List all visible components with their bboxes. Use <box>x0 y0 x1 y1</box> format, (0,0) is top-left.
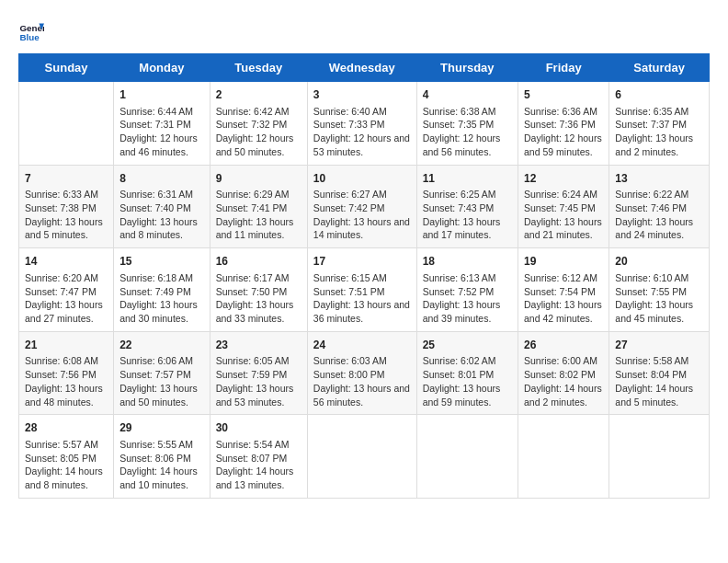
cell-sunrise: Sunrise: 5:57 AM <box>25 438 108 452</box>
calendar-cell: 10 Sunrise: 6:27 AM Sunset: 7:42 PM Dayl… <box>307 165 416 248</box>
day-number: 29 <box>119 420 204 436</box>
column-header-tuesday: Tuesday <box>210 54 307 82</box>
cell-sunset: Sunset: 7:56 PM <box>25 368 108 382</box>
cell-sunset: Sunset: 7:55 PM <box>615 285 703 299</box>
cell-daylight: Daylight: 13 hours and 17 minutes. <box>423 215 512 242</box>
day-number: 7 <box>25 171 108 187</box>
calendar-cell <box>307 415 416 499</box>
cell-daylight: Daylight: 13 hours and 56 minutes. <box>313 382 411 408</box>
cell-sunrise: Sunrise: 6:25 AM <box>423 188 512 201</box>
column-header-saturday: Saturday <box>609 54 710 82</box>
day-number: 25 <box>423 338 512 353</box>
calendar-cell: 17 Sunrise: 6:15 AM Sunset: 7:51 PM Dayl… <box>307 248 416 332</box>
day-number: 12 <box>524 171 603 187</box>
cell-sunset: Sunset: 7:38 PM <box>25 201 108 215</box>
cell-daylight: Daylight: 13 hours and 45 minutes. <box>615 298 703 325</box>
calendar-cell <box>518 415 609 499</box>
day-number: 19 <box>524 254 603 270</box>
cell-daylight: Daylight: 12 hours and 50 minutes. <box>216 132 301 158</box>
calendar-cell: 12 Sunrise: 6:24 AM Sunset: 7:45 PM Dayl… <box>518 165 609 248</box>
day-number: 22 <box>119 338 204 353</box>
calendar-cell: 8 Sunrise: 6:31 AM Sunset: 7:40 PM Dayli… <box>114 165 210 248</box>
cell-daylight: Daylight: 12 hours and 56 minutes. <box>423 132 512 158</box>
day-number: 13 <box>615 171 703 187</box>
cell-sunrise: Sunrise: 6:24 AM <box>524 188 603 201</box>
calendar-cell: 15 Sunrise: 6:18 AM Sunset: 7:49 PM Dayl… <box>114 248 210 332</box>
cell-daylight: Daylight: 14 hours and 5 minutes. <box>615 382 703 408</box>
cell-sunset: Sunset: 7:46 PM <box>615 201 703 215</box>
cell-sunset: Sunset: 7:52 PM <box>423 285 512 299</box>
calendar-table: SundayMondayTuesdayWednesdayThursdayFrid… <box>18 53 710 499</box>
day-number: 5 <box>524 87 603 103</box>
cell-sunset: Sunset: 7:33 PM <box>313 118 411 132</box>
week-row-5: 28 Sunrise: 5:57 AM Sunset: 8:05 PM Dayl… <box>19 415 710 499</box>
cell-sunset: Sunset: 7:40 PM <box>119 201 204 215</box>
day-number: 18 <box>423 254 512 270</box>
calendar-cell: 26 Sunrise: 6:00 AM Sunset: 8:02 PM Dayl… <box>518 331 609 415</box>
calendar-cell: 11 Sunrise: 6:25 AM Sunset: 7:43 PM Dayl… <box>416 165 518 248</box>
cell-sunrise: Sunrise: 6:29 AM <box>216 188 301 201</box>
svg-text:Blue: Blue <box>19 32 40 42</box>
week-row-3: 14 Sunrise: 6:20 AM Sunset: 7:47 PM Dayl… <box>19 248 710 332</box>
cell-sunrise: Sunrise: 6:18 AM <box>119 271 204 285</box>
day-number: 15 <box>119 254 204 270</box>
week-row-2: 7 Sunrise: 6:33 AM Sunset: 7:38 PM Dayli… <box>19 165 710 248</box>
cell-sunrise: Sunrise: 6:42 AM <box>216 105 301 119</box>
cell-daylight: Daylight: 13 hours and 30 minutes. <box>119 298 204 325</box>
cell-daylight: Daylight: 13 hours and 27 minutes. <box>25 298 108 325</box>
cell-daylight: Daylight: 13 hours and 5 minutes. <box>25 215 108 242</box>
cell-daylight: Daylight: 12 hours and 46 minutes. <box>119 132 204 158</box>
cell-sunrise: Sunrise: 6:15 AM <box>313 271 411 285</box>
cell-sunrise: Sunrise: 6:02 AM <box>423 354 512 368</box>
day-number: 26 <box>524 338 603 353</box>
cell-sunset: Sunset: 8:05 PM <box>25 452 108 465</box>
calendar-cell: 7 Sunrise: 6:33 AM Sunset: 7:38 PM Dayli… <box>19 165 114 248</box>
cell-sunset: Sunset: 7:32 PM <box>216 118 301 132</box>
cell-sunset: Sunset: 7:57 PM <box>119 368 204 382</box>
calendar-cell: 28 Sunrise: 5:57 AM Sunset: 8:05 PM Dayl… <box>19 415 114 499</box>
page-header: General Blue <box>18 18 710 44</box>
day-number: 14 <box>25 254 108 270</box>
cell-sunset: Sunset: 7:50 PM <box>216 285 301 299</box>
cell-sunrise: Sunrise: 6:36 AM <box>524 105 603 119</box>
day-number: 8 <box>119 171 204 187</box>
day-number: 16 <box>216 254 301 270</box>
calendar-cell: 27 Sunrise: 5:58 AM Sunset: 8:04 PM Dayl… <box>609 331 710 415</box>
calendar-cell: 14 Sunrise: 6:20 AM Sunset: 7:47 PM Dayl… <box>19 248 114 332</box>
cell-daylight: Daylight: 13 hours and 59 minutes. <box>423 382 512 408</box>
calendar-cell: 2 Sunrise: 6:42 AM Sunset: 7:32 PM Dayli… <box>210 82 307 166</box>
cell-sunrise: Sunrise: 5:58 AM <box>615 354 703 368</box>
cell-sunrise: Sunrise: 6:40 AM <box>313 105 411 119</box>
day-number: 11 <box>423 171 512 187</box>
day-number: 28 <box>25 420 108 436</box>
cell-sunset: Sunset: 7:37 PM <box>615 118 703 132</box>
cell-daylight: Daylight: 14 hours and 13 minutes. <box>216 465 301 491</box>
calendar-cell <box>609 415 710 499</box>
calendar-cell: 24 Sunrise: 6:03 AM Sunset: 8:00 PM Dayl… <box>307 331 416 415</box>
cell-daylight: Daylight: 13 hours and 42 minutes. <box>524 298 603 325</box>
cell-sunrise: Sunrise: 6:03 AM <box>313 354 411 368</box>
cell-sunrise: Sunrise: 6:13 AM <box>423 271 512 285</box>
cell-sunrise: Sunrise: 6:08 AM <box>25 354 108 368</box>
calendar-cell: 13 Sunrise: 6:22 AM Sunset: 7:46 PM Dayl… <box>609 165 710 248</box>
cell-sunrise: Sunrise: 6:05 AM <box>216 354 301 368</box>
calendar-cell: 25 Sunrise: 6:02 AM Sunset: 8:01 PM Dayl… <box>416 331 518 415</box>
cell-sunrise: Sunrise: 5:55 AM <box>119 438 204 452</box>
cell-sunrise: Sunrise: 6:44 AM <box>119 105 204 119</box>
cell-daylight: Daylight: 13 hours and 39 minutes. <box>423 298 512 325</box>
day-number: 3 <box>313 87 411 103</box>
day-number: 10 <box>313 171 411 187</box>
cell-daylight: Daylight: 13 hours and 53 minutes. <box>216 382 301 408</box>
calendar-cell: 4 Sunrise: 6:38 AM Sunset: 7:35 PM Dayli… <box>416 82 518 166</box>
cell-daylight: Daylight: 12 hours and 59 minutes. <box>524 132 603 158</box>
cell-sunset: Sunset: 8:04 PM <box>615 368 703 382</box>
cell-sunset: Sunset: 7:36 PM <box>524 118 603 132</box>
day-number: 23 <box>216 338 301 353</box>
day-number: 1 <box>119 87 204 103</box>
day-number: 21 <box>25 338 108 353</box>
day-number: 2 <box>216 87 301 103</box>
calendar-cell: 6 Sunrise: 6:35 AM Sunset: 7:37 PM Dayli… <box>609 82 710 166</box>
calendar-cell: 3 Sunrise: 6:40 AM Sunset: 7:33 PM Dayli… <box>307 82 416 166</box>
cell-sunrise: Sunrise: 6:00 AM <box>524 354 603 368</box>
cell-daylight: Daylight: 13 hours and 14 minutes. <box>313 215 411 242</box>
